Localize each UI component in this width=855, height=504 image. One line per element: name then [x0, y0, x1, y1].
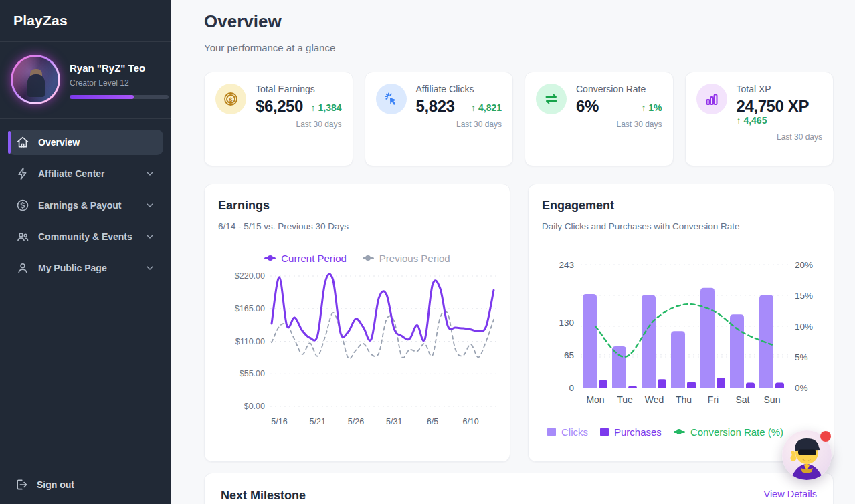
next-milestone-card: Next Milestone View Details: [204, 473, 834, 504]
active-accent-bar: [8, 131, 11, 154]
stat-period: Last 30 days: [416, 120, 502, 129]
svg-text:Wed: Wed: [645, 394, 664, 405]
view-details-link[interactable]: View Details: [763, 489, 817, 499]
sidebar-item-label: Earnings & Payout: [38, 200, 121, 211]
legend-item-current-period: Current Period: [264, 253, 347, 264]
svg-text:5%: 5%: [795, 352, 808, 362]
cursor-click-icon: [376, 84, 407, 114]
line-marker-icon: [264, 257, 276, 259]
svg-text:Sat: Sat: [735, 394, 749, 405]
line-marker-icon: [674, 431, 685, 433]
stat-card-total-xp: Total XP 24,750 XP ↑ 4,465 Last 30 days: [685, 72, 834, 166]
sign-out-button[interactable]: Sign out: [0, 465, 171, 504]
stat-value: 5,823: [416, 98, 455, 115]
profile-section: Ryan "RyZ" Teo Creator Level 12: [0, 42, 171, 119]
svg-text:0: 0: [569, 383, 574, 393]
notification-badge: [820, 431, 831, 442]
svg-text:65: 65: [564, 350, 574, 360]
sidebar-item-my-public-page[interactable]: My Public Page: [8, 255, 163, 281]
square-marker-icon: [600, 428, 609, 436]
sidebar-item-community-events[interactable]: Community & Events: [8, 224, 163, 249]
stat-period: Last 30 days: [256, 120, 342, 129]
sidebar-nav: Overview Affiliate Center Earnings & Pay…: [0, 119, 171, 465]
people-icon: [16, 230, 29, 243]
legend-item-previous-period: Previous Period: [363, 253, 450, 264]
svg-text:5/21: 5/21: [310, 417, 326, 426]
svg-text:Fri: Fri: [708, 394, 719, 405]
chart-subtitle: Daily Clicks and Purchases with Conversi…: [542, 221, 823, 231]
sidebar-item-label: Affiliate Center: [38, 168, 105, 179]
stat-change: ↑ 4,821: [471, 102, 502, 115]
chart-subtitle: 6/14 - 5/15 vs. Previous 30 Days: [218, 221, 499, 231]
sidebar-item-earnings-payout[interactable]: Earnings & Payout: [8, 193, 163, 218]
sidebar-item-affiliate-center[interactable]: Affiliate Center: [8, 161, 163, 186]
svg-text:$220.00: $220.00: [235, 271, 265, 281]
sidebar-item-label: My Public Page: [38, 263, 107, 273]
stat-label: Total XP: [737, 84, 823, 94]
svg-text:$0.00: $0.00: [244, 402, 265, 411]
chevron-down-icon[interactable]: [145, 263, 155, 273]
chevron-down-icon[interactable]: [145, 168, 155, 179]
dollar-circle-icon: [16, 199, 29, 212]
stat-change: ↑ 4,465: [737, 115, 767, 128]
page-title: Overview: [204, 11, 834, 32]
sidebar-item-label: Overview: [38, 137, 80, 148]
square-marker-icon: [547, 428, 556, 436]
avatar: [11, 55, 60, 104]
legend-label: Purchases: [614, 426, 662, 438]
stat-card-affiliate-clicks: Affiliate Clicks 5,823 ↑ 4,821 Last 30 d…: [365, 72, 514, 166]
logout-icon: [15, 478, 28, 491]
svg-text:20%: 20%: [795, 260, 813, 270]
home-icon: [16, 136, 29, 149]
legend-label: Current Period: [281, 253, 347, 264]
stat-label: Conversion Rate: [576, 84, 662, 94]
creator-level-label: Creator Level 12: [70, 78, 169, 88]
svg-text:6/5: 6/5: [427, 417, 438, 426]
chart-title: Engagement: [542, 199, 823, 213]
person-icon: [16, 261, 29, 275]
svg-text:$: $: [229, 96, 233, 103]
line-marker-icon: [363, 257, 374, 259]
svg-text:10%: 10%: [795, 322, 813, 332]
svg-text:Sun: Sun: [764, 394, 781, 405]
stat-card-total-earnings: $ Total Earnings $6,250 ↑ 1,384 Last 30 …: [204, 72, 353, 166]
sidebar-item-overview[interactable]: Overview: [8, 130, 163, 155]
stat-card-conversion-rate: Conversion Rate 6% ↑ 1% Last 30 days: [525, 72, 674, 166]
legend-label: Conversion Rate (%): [690, 426, 783, 438]
svg-text:Mon: Mon: [586, 394, 604, 405]
coin-icon: $: [215, 84, 246, 114]
exchange-icon: [536, 84, 567, 114]
stat-change: ↑ 1,384: [311, 102, 342, 115]
avatar-image: [13, 57, 58, 102]
engagement-legend: Clicks Purchases Conversion Rate (%): [547, 426, 823, 438]
app-logo: PlayZas: [0, 0, 171, 42]
charts-row: Earnings 6/14 - 5/15 vs. Previous 30 Day…: [204, 184, 834, 462]
bar-chart-icon: [696, 84, 727, 114]
svg-text:5/26: 5/26: [348, 417, 364, 426]
profile-name: Ryan "RyZ" Teo: [70, 62, 169, 74]
sign-out-label: Sign out: [37, 479, 74, 490]
svg-text:$165.00: $165.00: [235, 304, 265, 313]
level-progress-fill: [70, 95, 134, 99]
svg-text:$110.00: $110.00: [235, 337, 265, 346]
stat-label: Total Earnings: [256, 84, 342, 94]
level-progress-bar: [70, 95, 169, 99]
svg-text:243: 243: [559, 260, 574, 270]
svg-text:Tue: Tue: [617, 394, 633, 405]
svg-text:$55.00: $55.00: [240, 369, 265, 378]
chevron-down-icon[interactable]: [145, 200, 155, 211]
page-subtitle: Your performance at a glance: [204, 42, 834, 53]
legend-item-purchases: Purchases: [600, 426, 662, 438]
engagement-chart-card: Engagement Daily Clicks and Purchases wi…: [528, 184, 834, 462]
svg-text:15%: 15%: [795, 291, 813, 301]
stat-value: 6%: [576, 98, 599, 115]
stat-period: Last 30 days: [576, 120, 662, 129]
assistant-chat-button[interactable]: [782, 430, 832, 480]
legend-label: Clicks: [561, 426, 588, 438]
svg-text:Thu: Thu: [676, 394, 692, 405]
chevron-down-icon[interactable]: [145, 231, 155, 242]
svg-text:6/10: 6/10: [462, 417, 478, 426]
stat-value: $6,250: [256, 98, 303, 115]
legend-item-conversion-rate: Conversion Rate (%): [674, 426, 783, 438]
engagement-bar-chart: 20%15%10%5%0%243130650MonTueWedThuFriSat…: [539, 257, 823, 418]
